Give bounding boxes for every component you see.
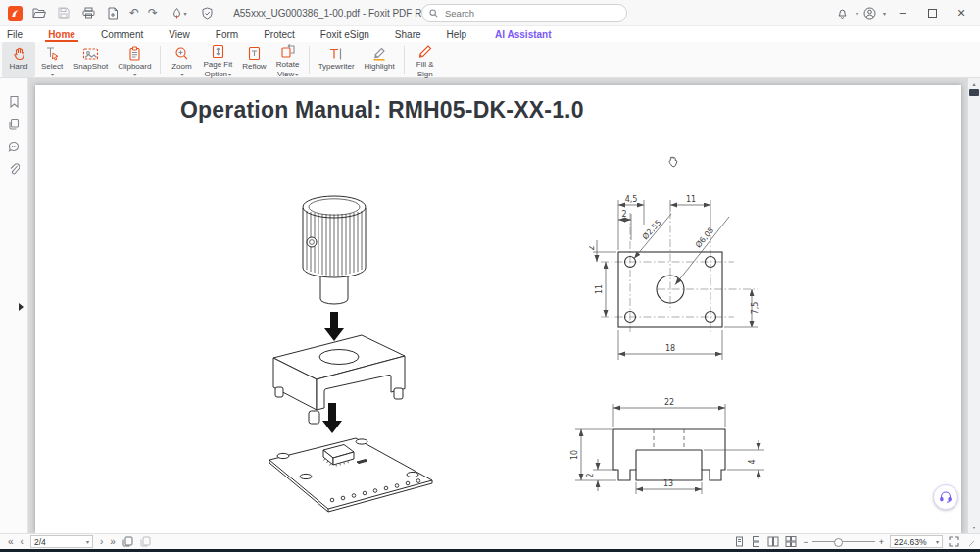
highlight-button[interactable]: Highlight [360,42,400,77]
facing-view-icon[interactable] [767,536,779,547]
zoom-in-button[interactable]: + [879,537,884,547]
previous-view-icon[interactable] [122,536,133,547]
select-tool-label: Select [41,62,63,71]
zoom-icon [174,44,189,61]
snapshot-icon [82,44,99,61]
last-page-button[interactable]: » [110,537,116,547]
rotate-view-caret-icon[interactable]: ▾ [295,72,298,77]
scroll-up-icon[interactable]: ▴ [968,78,980,89]
dimension-label: 2 [586,473,595,477]
page-fit-icon [212,44,224,59]
minimize-button[interactable]: – [890,2,915,24]
fullscreen-icon[interactable] [949,536,959,547]
next-page-button[interactable]: › [100,537,103,547]
maximize-button[interactable] [919,2,945,24]
select-caret-icon[interactable]: ▾ [51,71,54,77]
snapshot-label: SnapShot [74,62,108,71]
tab-help[interactable]: Help [434,26,480,42]
expand-panel-arrow[interactable] [19,303,24,311]
open-file-icon[interactable] [31,5,47,21]
search-input[interactable] [443,7,619,20]
highlight-icon [371,44,387,61]
comments-panel-icon[interactable] [0,135,27,158]
tab-comment[interactable]: Comment [88,26,156,42]
tab-foxit-esign[interactable]: Foxit eSign [308,26,382,42]
dimension-label: 11 [595,284,604,294]
tab-share[interactable]: Share [382,26,434,42]
foxit-pdf-reader-window: ↶ ↷ ▾ A55xxx_UG000386_1-00.pdf - Foxit P… [0,0,980,552]
zoom-percentage-field[interactable]: 224.63% ▾ [890,535,943,548]
select-icon [44,44,60,61]
pages-panel-icon[interactable] [0,113,27,135]
zoom-out-button[interactable]: − [803,537,808,547]
typewriter-button[interactable]: Typewriter [314,42,360,77]
main-area: Operation Manual: RMH05-DK-XX-1.0 [0,78,980,533]
assembly-arrow-icon [322,403,342,433]
clipboard-caret-icon[interactable]: ▾ [133,71,136,77]
continuous-facing-view-icon[interactable] [785,536,797,547]
resize-grip[interactable] [965,537,974,546]
tab-home[interactable]: Home [35,26,88,42]
dimension-label: 7,5 [751,302,760,315]
headset-icon [939,490,953,504]
account-caret-icon[interactable]: ▾ [883,10,886,17]
select-tool-button[interactable]: Select ▾ [35,42,69,77]
dimension-label: 18 [665,344,675,353]
dimension-label: 2 [621,210,626,219]
fill-sign-button[interactable]: Fill & Sign [409,42,442,77]
bell-caret-icon[interactable]: ▾ [856,10,858,17]
zoom-label: Zoom [172,62,191,71]
zoom-caret-icon[interactable]: ▾ [180,71,183,77]
page-fit-option-button[interactable]: Page Fit Option▾ [198,42,237,77]
page-number-field[interactable]: 2/4 ▾ [30,535,93,548]
continuous-view-icon[interactable] [751,536,761,547]
snapshot-button[interactable]: SnapShot [69,42,113,77]
tab-ai-assistant[interactable]: AI Assistant [479,26,564,42]
navigation-sidebar [0,78,28,533]
fill-sign-icon [417,44,433,59]
ai-assistant-floating-button[interactable] [933,484,958,510]
redo-icon[interactable]: ↷ [148,7,158,19]
scroll-down-icon[interactable]: ▾ [968,522,980,532]
fill-sign-label-line1: Fill & [416,60,434,69]
bookmarks-panel-icon[interactable] [0,90,27,113]
account-avatar-icon[interactable] [862,5,878,21]
reflow-label: Reflow [242,62,266,71]
scrollbar-thumb[interactable] [969,89,979,96]
rotate-view-button[interactable]: Rotate View▾ [271,42,305,77]
tab-file[interactable]: File [7,26,35,42]
quick-tool-icon[interactable]: ▾ [167,5,190,21]
search-box[interactable] [421,4,627,22]
vertical-scrollbar[interactable]: ▴ ▾ [967,78,980,533]
first-page-button[interactable]: « [8,537,14,547]
single-page-view-icon[interactable] [734,536,745,547]
hand-tool-button[interactable]: Hand [2,42,35,77]
reflow-button[interactable]: Reflow [237,42,270,77]
previous-page-button[interactable]: ‹ [21,537,24,547]
assembly-arrow-icon [324,312,344,341]
protection-shield-icon[interactable] [199,5,215,21]
close-button[interactable]: × [949,2,974,24]
rotate-view-icon [280,44,296,59]
document-canvas[interactable]: Operation Manual: RMH05-DK-XX-1.0 [28,78,980,533]
zoom-button[interactable]: Zoom ▾ [165,42,198,77]
export-document-icon[interactable] [105,5,121,21]
save-icon[interactable] [56,5,72,21]
print-icon[interactable] [80,5,96,21]
page-number-caret-icon[interactable]: ▾ [86,538,89,545]
zoom-slider-handle[interactable] [834,538,843,547]
clipboard-button[interactable]: Clipboard ▾ [113,42,156,77]
tab-protect[interactable]: Protect [251,26,308,42]
undo-icon[interactable]: ↶ [129,7,139,19]
tab-form[interactable]: Form [203,26,251,42]
notification-bell-icon[interactable] [835,5,851,21]
tab-view[interactable]: View [156,26,203,42]
status-bar: « ‹ 2/4 ▾ › » [0,533,980,549]
zoom-slider[interactable] [812,537,875,546]
page-fit-caret-icon[interactable]: ▾ [228,72,231,77]
zoom-percentage-caret-icon[interactable]: ▾ [936,538,939,545]
attachments-panel-icon[interactable] [0,158,27,180]
next-view-icon[interactable] [140,536,151,547]
quick-tool-caret-icon[interactable]: ▾ [184,10,187,17]
clipboard-label: Clipboard [118,62,151,71]
